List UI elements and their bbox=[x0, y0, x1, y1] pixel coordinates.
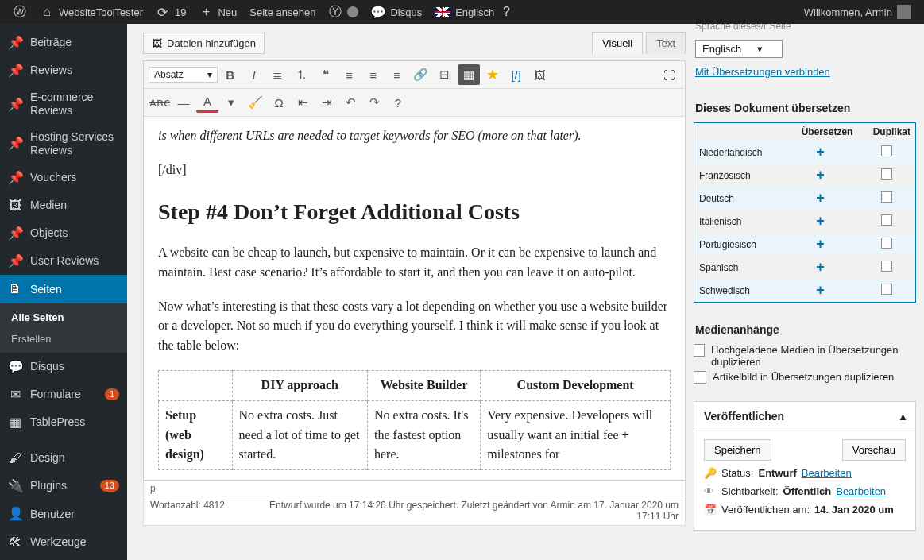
site-home[interactable]: ⌂WebsiteToolTester bbox=[33, 0, 149, 24]
translate-add-button[interactable]: + bbox=[816, 190, 825, 206]
outdent-button[interactable]: ⇤ bbox=[292, 92, 314, 113]
updates-link[interactable]: ⟳19 bbox=[149, 0, 192, 24]
connect-translations-link[interactable]: Mit Übersetzungen verbinden bbox=[695, 66, 830, 78]
link-button[interactable]: 🔗 bbox=[410, 64, 432, 85]
my-account[interactable]: Willkommen, Armin bbox=[798, 0, 918, 24]
menu-disqus[interactable]: 💬Disqus bbox=[0, 353, 127, 380]
media-dup-checkbox-2[interactable]: Artikelbild in Übersetzungen duplizieren bbox=[694, 371, 916, 384]
pin-icon: 📌 bbox=[8, 136, 22, 151]
content-paragraph-2: Now what’s interesting is that these cos… bbox=[158, 297, 671, 356]
media-dup-checkbox-1[interactable]: Hochgeladene Medien in Übersetzungen dup… bbox=[694, 344, 916, 368]
tab-visual[interactable]: Visuell bbox=[592, 32, 643, 54]
indent-button[interactable]: ⇥ bbox=[315, 92, 338, 113]
yoast-link[interactable]: Ⓨ bbox=[322, 0, 365, 24]
table-head-builder: Website Builder bbox=[368, 370, 481, 400]
div-close-shortcode: [/div] bbox=[158, 160, 671, 180]
format-select[interactable]: Absatz▾ bbox=[149, 67, 218, 83]
dup-checkbox[interactable] bbox=[881, 168, 892, 180]
menu-objects[interactable]: 📌Objects bbox=[0, 219, 127, 247]
dup-checkbox[interactable] bbox=[881, 145, 892, 156]
menu-vouchers[interactable]: 📌Vouchers bbox=[0, 164, 127, 191]
special-char-button[interactable]: Ω bbox=[268, 92, 290, 113]
fullscreen-button[interactable]: ⛶ bbox=[658, 64, 680, 85]
menu-posts[interactable]: 📌Beiträge bbox=[0, 29, 127, 56]
pin-icon: 📌 bbox=[8, 170, 22, 185]
updates-count: 19 bbox=[175, 6, 186, 18]
status-bar: Wortanzahl: 4812 Entwurf wurde um 17:14:… bbox=[143, 496, 686, 526]
wp-logo[interactable]: ⓦ bbox=[6, 0, 33, 24]
undo-button[interactable]: ↶ bbox=[339, 92, 361, 113]
editor-path[interactable]: p bbox=[143, 481, 686, 496]
chevron-up-icon: ▴ bbox=[900, 410, 906, 423]
table-cell: No extra costs. Just need a lot of time … bbox=[232, 400, 367, 469]
menu-tablepress[interactable]: ▦TablePress bbox=[0, 408, 127, 436]
menu-ecommerce-reviews[interactable]: 📌E-commerce Reviews bbox=[0, 84, 127, 124]
checkbox-icon bbox=[694, 344, 705, 357]
ol-button[interactable]: ⒈ bbox=[291, 64, 313, 85]
menu-reviews[interactable]: 📌Reviews bbox=[0, 56, 127, 84]
preview-button[interactable]: Vorschau bbox=[842, 439, 906, 461]
menu-forms[interactable]: ✉Formulare1 bbox=[0, 380, 127, 408]
translate-add-button[interactable]: + bbox=[816, 259, 825, 275]
menu-plugins[interactable]: 🔌Plugins13 bbox=[0, 472, 127, 500]
edit-visibility-link[interactable]: Bearbeiten bbox=[836, 485, 886, 497]
align-right-button[interactable]: ≡ bbox=[386, 64, 408, 85]
brush-icon: 🖌 bbox=[8, 450, 22, 465]
publish-box-toggle[interactable]: Veröffentlichen▴ bbox=[694, 402, 915, 431]
comments-link[interactable]: 💬Disqus bbox=[365, 0, 428, 24]
menu-tools[interactable]: 🛠Werkzeuge bbox=[0, 528, 127, 556]
star-icon[interactable]: ★ bbox=[481, 64, 504, 85]
save-draft-button[interactable]: Speichern bbox=[704, 439, 771, 461]
publish-box: Veröffentlichen▴ Speichern Vorschau 🔑Sta… bbox=[694, 401, 916, 531]
wrench-icon: 🛠 bbox=[8, 535, 22, 550]
submenu-all-pages[interactable]: Alle Seiten bbox=[0, 307, 127, 328]
translate-add-button[interactable]: + bbox=[816, 282, 825, 298]
menu-media[interactable]: 🖼Medien bbox=[0, 191, 127, 219]
translate-add-button[interactable]: + bbox=[816, 144, 825, 160]
key-icon: 🔑 bbox=[704, 467, 717, 479]
italic-button[interactable]: I bbox=[243, 64, 265, 85]
new-content[interactable]: +Neu bbox=[192, 0, 243, 24]
clear-format-button[interactable]: 🧹 bbox=[244, 92, 266, 113]
dup-checkbox[interactable] bbox=[881, 214, 892, 226]
translate-add-button[interactable]: + bbox=[816, 236, 825, 252]
text-color-button[interactable]: A bbox=[196, 92, 218, 113]
tab-text[interactable]: Text bbox=[646, 32, 686, 54]
redo-button[interactable]: ↷ bbox=[363, 92, 385, 113]
dup-checkbox[interactable] bbox=[881, 191, 892, 203]
kitchen-sink-button[interactable]: ▦ bbox=[458, 64, 480, 85]
quote-button[interactable]: ❝ bbox=[315, 64, 337, 85]
submenu-new-page[interactable]: Erstellen bbox=[0, 328, 127, 350]
translate-add-button[interactable]: + bbox=[816, 167, 825, 183]
shortcode-button[interactable]: [/] bbox=[505, 64, 528, 85]
dup-checkbox[interactable] bbox=[881, 284, 892, 295]
strikethrough-button[interactable]: ᴀʙᴄ bbox=[149, 92, 171, 113]
menu-appearance[interactable]: 🖌Design bbox=[0, 444, 127, 472]
view-page[interactable]: Seite ansehen bbox=[243, 0, 322, 24]
more-button[interactable]: ⊟ bbox=[434, 64, 456, 85]
menu-user-reviews[interactable]: 📌User Reviews bbox=[0, 247, 127, 275]
menu-users[interactable]: 👤Benutzer bbox=[0, 500, 127, 527]
dup-checkbox[interactable] bbox=[881, 261, 892, 272]
align-left-button[interactable]: ≡ bbox=[338, 64, 361, 85]
language-switcher[interactable]: Englisch? bbox=[428, 0, 520, 24]
help-button[interactable]: ? bbox=[387, 92, 409, 113]
add-media-button[interactable]: 🖼 Dateien hinzufügen bbox=[143, 33, 265, 54]
main-content: 🖼 Dateien hinzufügen Visuell Text Absatz… bbox=[127, 24, 924, 560]
pin-icon: 📌 bbox=[8, 226, 22, 241]
dup-checkbox[interactable] bbox=[881, 238, 892, 249]
text-color-dropdown[interactable]: ▾ bbox=[220, 92, 242, 113]
align-center-button[interactable]: ≡ bbox=[362, 64, 385, 85]
translate-add-button[interactable]: + bbox=[816, 213, 825, 229]
edit-status-link[interactable]: Bearbeiten bbox=[802, 467, 852, 479]
language-select[interactable]: Englisch ▾ bbox=[695, 40, 783, 58]
ul-button[interactable]: ≣ bbox=[267, 64, 289, 85]
bold-button[interactable]: B bbox=[219, 64, 242, 85]
editor-content[interactable]: is when different URLs are needed to tar… bbox=[144, 117, 685, 480]
menu-settings[interactable]: ⚙Einstellungen bbox=[0, 556, 127, 560]
hr-button[interactable]: — bbox=[172, 92, 195, 113]
th-duplicate: Duplikat bbox=[857, 123, 915, 141]
image-button[interactable]: 🖼 bbox=[529, 64, 551, 85]
menu-hosting-reviews[interactable]: 📌Hosting Services Reviews bbox=[0, 124, 127, 164]
menu-pages[interactable]: 🗎Seiten bbox=[0, 275, 127, 303]
